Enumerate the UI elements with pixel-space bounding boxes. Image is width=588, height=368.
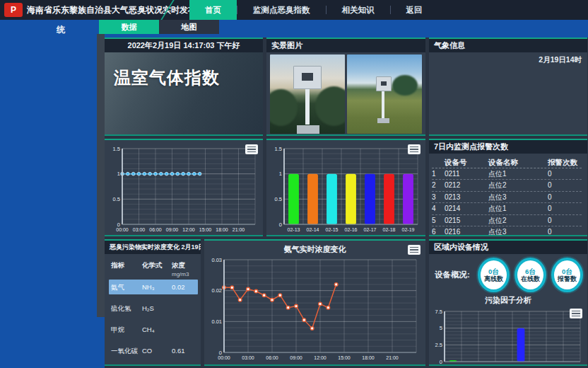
pollutant-row-nh3[interactable]: 氨气 NH₃ 0.02	[109, 280, 198, 294]
stat-online-count: 6台 在线数	[514, 258, 546, 292]
alarm-table: 设备号 设备名称 报警次数 10211 点位10 20212 点位20	[429, 154, 587, 236]
svg-text:0.01: 0.01	[211, 318, 222, 325]
svg-text:06:00: 06:00	[266, 355, 278, 360]
svg-text:0.02: 0.02	[211, 287, 222, 294]
col-indicator: 指标	[111, 260, 142, 279]
alarm-table-row: 40214 点位10	[432, 203, 582, 215]
svg-text:02-14: 02-14	[307, 227, 319, 232]
panel-greeting: 2022年2月19日 14:17:03 下午好 温室气体指数	[105, 38, 263, 136]
svg-text:21:00: 21:00	[233, 227, 245, 232]
site-photo-dusk	[270, 54, 345, 134]
device-overview-label: 设备概况:	[435, 270, 473, 280]
alarm-table-header: 设备号 设备名称 报警次数	[432, 156, 582, 168]
pollutant-table-header: 指标 化学式 浓度mg/m3	[109, 258, 198, 280]
alarm-table-row: 20212 点位20	[432, 180, 582, 192]
weather-panel-title: 气象信息	[429, 39, 587, 52]
nav-item-knowledge[interactable]: 相关知识	[327, 0, 390, 20]
svg-text:甲烷: 甲烷	[499, 364, 509, 366]
svg-text:0.5: 0.5	[113, 196, 120, 202]
main-nav: 首页 监测点恶臭指数 相关知识 返回	[189, 0, 438, 20]
tree-foliage	[270, 89, 298, 126]
svg-text:09:00: 09:00	[166, 227, 179, 232]
panel-greenhouse-index-chart: 00.511.500:0003:0006:0009:0012:0015:0018…	[105, 139, 263, 236]
pollutant-table: 指标 化学式 浓度mg/m3 氨气 NH₃ 0.02 硫化氢 H₂S	[105, 254, 201, 358]
svg-text:02-15: 02-15	[326, 227, 339, 232]
svg-text:09:00: 09:00	[290, 355, 302, 360]
top-navbar: P 海南省乐东黎族自治县大气恶臭状况实时发布系 首页 监测点恶臭指数 相关知识 …	[0, 0, 588, 20]
factor-chart-title: 污染因子分析	[429, 295, 587, 306]
svg-text:0.03: 0.03	[211, 257, 222, 263]
nh3-concentration-line-chart: 00.010.020.0300:0003:0006:0009:0012:0015…	[205, 255, 425, 364]
svg-text:03:00: 03:00	[133, 227, 146, 232]
nav-item-home[interactable]: 首页	[189, 0, 237, 20]
svg-text:5: 5	[440, 325, 442, 331]
photos-body	[266, 52, 425, 136]
svg-text:02-19: 02-19	[402, 227, 415, 232]
view-tabs: 数据 地图	[99, 20, 219, 34]
panel-daily-index-chart: 00.511.502-1302-1402-1502-1602-1702-1802…	[266, 139, 425, 236]
page-body: 统 数据 地图 2022年2月19日 14:17:03 下午好 温室气体指数 实…	[0, 20, 588, 368]
device-screen	[302, 73, 312, 81]
svg-text:2.5: 2.5	[435, 342, 442, 348]
svg-text:21:00: 21:00	[386, 355, 399, 360]
device-screen	[381, 81, 387, 86]
panel-device-status: 区域内设备情况 设备概况: 0台 离线数 6台 在线数 0台	[429, 239, 587, 366]
svg-text:02-13: 02-13	[288, 227, 300, 232]
greenhouse-index-line-chart: 00.511.500:0003:0006:0009:0012:0015:0018…	[105, 142, 262, 236]
panel-pollutant-table: 恶臭污染物实时浓度变化 2月19日14时 指标 化学式 浓度mg/m3 氨气 N…	[105, 239, 201, 366]
stat-offline-count: 0台 离线数	[478, 258, 510, 292]
monitor-pole	[305, 89, 310, 124]
svg-text:18:00: 18:00	[362, 355, 375, 360]
svg-text:7.5: 7.5	[435, 309, 442, 315]
datetime-text: 2022年2月19日 14:17:03 下午好	[105, 39, 263, 52]
col-formula: 化学式	[142, 260, 172, 279]
alarm-panel-title: 7日内监测点报警次数	[429, 140, 587, 154]
monitor-pole	[382, 90, 384, 120]
svg-text:18:00: 18:00	[216, 227, 228, 232]
svg-text:0.5: 0.5	[275, 196, 282, 202]
svg-text:03:00: 03:00	[242, 355, 254, 360]
svg-text:00:00: 00:00	[218, 355, 230, 360]
content-left-edge	[97, 34, 105, 317]
pollutant-panel-title: 恶臭污染物实时浓度变化 2月19日14时	[105, 241, 201, 254]
tab-data[interactable]: 数据	[99, 20, 159, 34]
device-stats: 设备概况: 0台 离线数 6台 在线数 0台 报警数	[429, 254, 587, 294]
pollutant-row-ch4[interactable]: 甲烷 CH₄	[109, 322, 198, 337]
svg-text:02-16: 02-16	[345, 227, 358, 232]
monitor-base	[297, 125, 319, 134]
nav-item-back[interactable]: 返回	[391, 0, 438, 20]
app-window: P 海南省乐东黎族自治县大气恶臭状况实时发布系 首页 监测点恶臭指数 相关知识 …	[0, 0, 588, 368]
svg-text:1.5: 1.5	[275, 146, 282, 152]
pollution-factor-bar-chart: 02.557.5氨气硫化氢甲烷一氧化碳	[429, 307, 586, 366]
tree-foliage	[392, 75, 418, 96]
alarm-table-row: 60216 点位30	[432, 226, 582, 236]
dashboard-headline: 温室气体指数	[114, 67, 263, 89]
svg-text:02-18: 02-18	[383, 227, 396, 232]
panel-site-photos: 实景图片	[266, 38, 425, 136]
unit-label: mg/m3	[172, 270, 199, 279]
chart-menu-icon[interactable]	[245, 144, 258, 154]
svg-text:15:00: 15:00	[199, 227, 212, 232]
nav-item-odor-index[interactable]: 监测点恶臭指数	[237, 0, 326, 20]
weather-timestamp: 2月19日14时	[429, 52, 587, 68]
col-concentration: 浓度mg/m3	[172, 260, 199, 279]
svg-text:0: 0	[279, 222, 282, 228]
chart-menu-icon[interactable]	[408, 144, 421, 154]
stat-alarm-count: 0台 报警数	[551, 258, 583, 292]
app-logo-icon: P	[4, 3, 23, 17]
svg-text:15:00: 15:00	[338, 355, 351, 360]
col-alarm-count: 报警次数	[548, 156, 582, 168]
monitor-device	[293, 66, 322, 90]
svg-text:1: 1	[117, 171, 120, 177]
pollutant-row-co[interactable]: 一氧化碳 CO 0.61	[109, 343, 198, 358]
factor-chart-area: 02.557.5氨气硫化氢甲烷一氧化碳	[429, 307, 587, 366]
tab-map[interactable]: 地图	[159, 20, 219, 34]
chart-menu-icon[interactable]	[570, 309, 582, 318]
dashboard: 2022年2月19日 14:17:03 下午好 温室气体指数 实景图片	[105, 38, 588, 368]
svg-text:12:00: 12:00	[182, 227, 195, 232]
panel-nh3-chart: 氨气实时浓度变化 00.010.020.0300:0003:0006:0009:…	[204, 239, 425, 366]
chart-menu-icon[interactable]	[408, 245, 421, 255]
alarm-table-row: 30213 点位30	[432, 192, 582, 204]
pollutant-row-h2s[interactable]: 硫化氢 H₂S	[109, 301, 198, 316]
app-title-wrap: 统	[57, 24, 65, 36]
